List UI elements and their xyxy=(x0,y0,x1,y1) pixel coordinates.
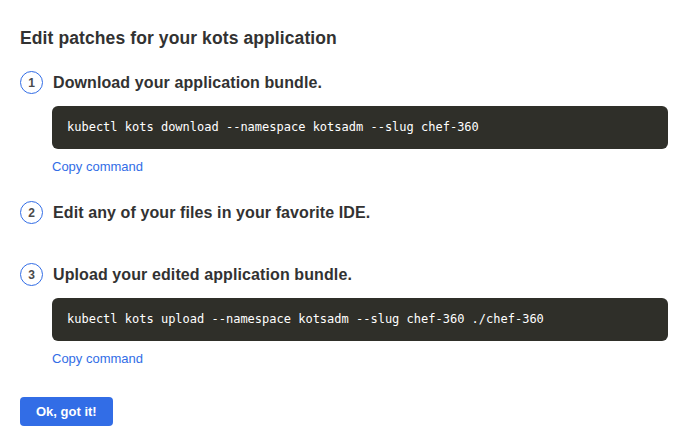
copy-upload-command-link[interactable]: Copy command xyxy=(52,351,143,366)
step-edit: 2 Edit any of your files in your favorit… xyxy=(20,201,668,224)
ok-got-it-button[interactable]: Ok, got it! xyxy=(20,397,113,426)
edit-patches-panel: Edit patches for your kots application 1… xyxy=(0,0,690,426)
upload-command-code-block: kubectl kots upload --namespace kotsadm … xyxy=(52,298,668,341)
step-download-body: kubectl kots download --namespace kotsad… xyxy=(52,106,668,175)
step-upload-header: 3 Upload your edited application bundle. xyxy=(20,263,668,286)
step-download-header: 1 Download your application bundle. xyxy=(20,71,668,94)
step-edit-header: 2 Edit any of your files in your favorit… xyxy=(20,201,668,224)
copy-download-command-link[interactable]: Copy command xyxy=(52,159,143,174)
step-2-number: 2 xyxy=(28,206,35,220)
step-upload: 3 Upload your edited application bundle.… xyxy=(20,263,668,367)
step-2-title: Edit any of your files in your favorite … xyxy=(53,204,370,222)
spacer xyxy=(20,367,668,397)
spacer xyxy=(20,224,668,263)
step-3-title: Upload your edited application bundle. xyxy=(53,266,352,284)
spacer xyxy=(20,175,668,201)
step-2-number-badge: 2 xyxy=(20,201,43,224)
step-3-number: 3 xyxy=(28,268,35,282)
step-upload-body: kubectl kots upload --namespace kotsadm … xyxy=(52,298,668,367)
step-1-title: Download your application bundle. xyxy=(53,74,322,92)
step-1-number: 1 xyxy=(28,76,35,90)
download-command-code-block: kubectl kots download --namespace kotsad… xyxy=(52,106,668,149)
page-title: Edit patches for your kots application xyxy=(20,28,668,49)
step-1-number-badge: 1 xyxy=(20,71,43,94)
step-3-number-badge: 3 xyxy=(20,263,43,286)
step-download: 1 Download your application bundle. kube… xyxy=(20,71,668,175)
